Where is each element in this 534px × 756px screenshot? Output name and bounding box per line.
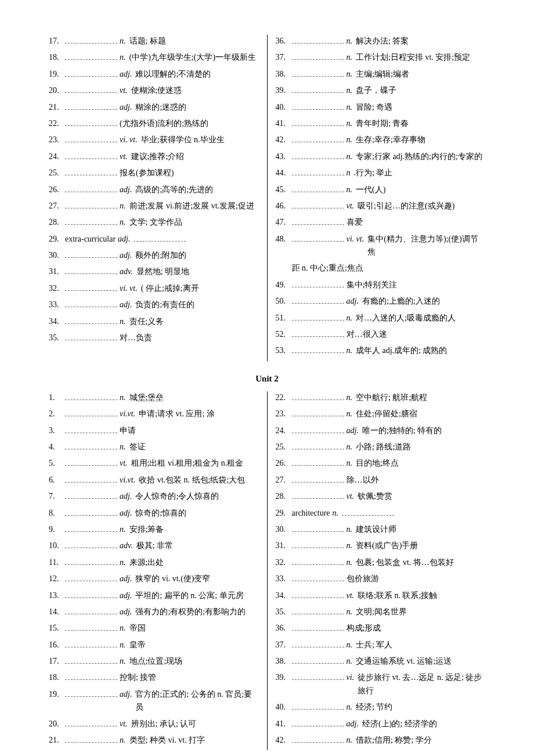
definition: 话题; 标题 bbox=[129, 35, 259, 48]
fill-blank[interactable] bbox=[292, 606, 344, 614]
fill-blank[interactable] bbox=[65, 266, 117, 274]
fill-blank[interactable] bbox=[292, 392, 344, 400]
fill-blank[interactable] bbox=[342, 507, 394, 516]
fill-blank[interactable] bbox=[65, 316, 117, 324]
fill-blank[interactable] bbox=[65, 408, 117, 416]
fill-blank[interactable] bbox=[65, 299, 117, 307]
fill-blank[interactable] bbox=[65, 250, 117, 258]
fill-blank[interactable] bbox=[65, 606, 117, 614]
item-number: 10. bbox=[49, 539, 65, 552]
fill-blank[interactable] bbox=[65, 590, 117, 598]
fill-blank[interactable] bbox=[65, 52, 117, 60]
fill-blank[interactable] bbox=[292, 35, 344, 44]
fill-blank[interactable] bbox=[65, 392, 117, 400]
fill-blank[interactable] bbox=[292, 458, 344, 466]
fill-blank[interactable] bbox=[292, 639, 344, 647]
fill-blank[interactable] bbox=[292, 524, 344, 532]
fill-blank[interactable] bbox=[292, 441, 344, 449]
fill-blank[interactable] bbox=[292, 118, 344, 126]
fill-blank[interactable] bbox=[292, 735, 344, 743]
fill-blank[interactable] bbox=[292, 134, 344, 142]
fill-blank[interactable] bbox=[292, 52, 344, 60]
definition: 毕业;获得学位 n.毕业生 bbox=[141, 134, 259, 146]
fill-blank[interactable] bbox=[292, 312, 344, 321]
fill-blank[interactable] bbox=[292, 184, 344, 192]
fill-blank[interactable] bbox=[65, 474, 117, 483]
part-of-speech: vi. vt. bbox=[347, 233, 365, 246]
item-number: 35. bbox=[276, 606, 292, 618]
fill-blank[interactable] bbox=[65, 573, 117, 581]
fill-blank[interactable] bbox=[65, 524, 117, 532]
fill-blank[interactable] bbox=[65, 735, 117, 743]
part-of-speech: n. bbox=[347, 655, 353, 668]
fill-blank[interactable] bbox=[292, 718, 344, 726]
fill-blank[interactable] bbox=[65, 557, 117, 565]
fill-blank[interactable] bbox=[65, 118, 117, 126]
fill-blank[interactable] bbox=[134, 233, 186, 242]
fill-blank[interactable] bbox=[292, 557, 344, 565]
definition: .行为; 举止 bbox=[354, 167, 486, 179]
fill-blank[interactable] bbox=[65, 283, 117, 291]
vocab-row: 22.n.空中航行; 航班;航程 bbox=[276, 391, 486, 404]
fill-blank[interactable] bbox=[292, 329, 344, 337]
fill-blank[interactable] bbox=[292, 233, 344, 242]
part-of-speech: n. bbox=[347, 391, 353, 404]
fill-blank[interactable] bbox=[65, 134, 117, 142]
fill-blank[interactable] bbox=[65, 69, 117, 77]
fill-blank[interactable] bbox=[65, 184, 117, 192]
fill-blank[interactable] bbox=[65, 425, 117, 433]
fill-blank[interactable] bbox=[65, 441, 117, 449]
fill-blank[interactable] bbox=[65, 656, 117, 664]
fill-blank[interactable] bbox=[292, 85, 344, 93]
fill-blank[interactable] bbox=[292, 701, 344, 710]
vocab-row: 34.vt. 联络;联系 n. 联系;接触 bbox=[276, 589, 486, 602]
fill-blank[interactable] bbox=[65, 332, 117, 340]
fill-blank[interactable] bbox=[65, 540, 117, 548]
fill-blank[interactable] bbox=[65, 491, 117, 499]
fill-blank[interactable] bbox=[65, 200, 117, 208]
fill-blank[interactable] bbox=[65, 167, 117, 175]
fill-blank[interactable] bbox=[292, 345, 344, 353]
fill-blank[interactable] bbox=[292, 151, 344, 159]
vocab-row: 14.adj.强有力的;有权势的;有影响力的 bbox=[49, 606, 259, 618]
fill-blank[interactable] bbox=[65, 507, 117, 516]
fill-blank[interactable] bbox=[292, 69, 344, 77]
fill-blank[interactable] bbox=[65, 622, 117, 631]
part-of-speech: n. bbox=[120, 51, 126, 64]
fill-blank[interactable] bbox=[292, 102, 344, 110]
fill-blank[interactable] bbox=[292, 200, 344, 208]
fill-blank[interactable] bbox=[292, 279, 344, 287]
vocab-row: 46.vt.吸引;引起…的注意(或兴趣) bbox=[276, 200, 486, 213]
fill-blank[interactable] bbox=[292, 491, 344, 499]
fill-blank[interactable] bbox=[65, 718, 117, 726]
fill-blank[interactable] bbox=[65, 672, 117, 680]
part-of-speech: n. bbox=[120, 655, 126, 668]
fill-blank[interactable] bbox=[292, 656, 344, 664]
definition: 额外的;附加的 bbox=[135, 249, 258, 262]
fill-blank[interactable] bbox=[292, 425, 344, 433]
fill-blank[interactable] bbox=[292, 296, 344, 304]
part-of-speech: vi.vt. bbox=[120, 408, 135, 420]
definition: 负责的;有责任的 bbox=[135, 298, 258, 311]
fill-blank[interactable] bbox=[65, 85, 117, 93]
definition: 包裹; 包装盒 vt. 将…包装好 bbox=[356, 556, 485, 569]
definition: 喜爱 bbox=[347, 216, 486, 229]
fill-blank[interactable] bbox=[65, 689, 117, 697]
item-number: 24. bbox=[49, 150, 65, 163]
fill-blank[interactable] bbox=[65, 102, 117, 110]
fill-blank[interactable] bbox=[292, 167, 344, 175]
fill-blank[interactable] bbox=[292, 474, 344, 483]
fill-blank[interactable] bbox=[292, 217, 344, 225]
fill-blank[interactable] bbox=[292, 672, 344, 680]
fill-blank[interactable] bbox=[65, 639, 117, 647]
fill-blank[interactable] bbox=[292, 573, 344, 581]
fill-blank[interactable] bbox=[65, 458, 117, 466]
fill-blank[interactable] bbox=[65, 35, 117, 44]
fill-blank[interactable] bbox=[292, 408, 344, 416]
fill-blank[interactable] bbox=[65, 151, 117, 159]
fill-blank[interactable] bbox=[292, 622, 344, 631]
fill-blank[interactable] bbox=[292, 590, 344, 598]
fill-blank[interactable] bbox=[65, 217, 117, 225]
vocab-row: 21.n.类型; 种类 vi. vt. 打字 bbox=[49, 734, 259, 747]
fill-blank[interactable] bbox=[292, 540, 344, 548]
